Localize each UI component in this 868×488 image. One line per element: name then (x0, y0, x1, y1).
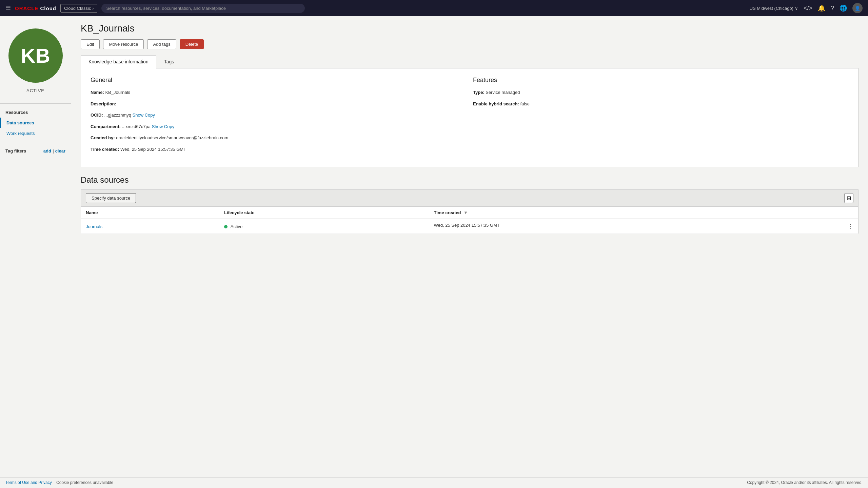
ocid-show-link[interactable]: Show (133, 113, 144, 118)
created-by-label: Created by: (91, 135, 115, 140)
row-lifecycle-cell: Active (219, 219, 429, 234)
edit-button[interactable]: Edit (81, 39, 100, 49)
search-input[interactable] (101, 4, 305, 13)
region-label: US Midwest (Chicago) (750, 6, 793, 11)
region-selector[interactable]: US Midwest (Chicago) ∨ (750, 6, 798, 11)
status-active-dot (224, 225, 228, 228)
terms-link[interactable]: Terms of Use and Privacy (5, 480, 52, 485)
general-section-title: General (91, 77, 466, 84)
hybrid-search-label: Enable hybrid search: (473, 101, 519, 106)
row-actions-menu-icon[interactable]: ⋮ (847, 223, 853, 230)
time-created-label: Time created: (91, 147, 119, 152)
top-navigation: ☰ ORACLE Cloud Cloud Classic › US Midwes… (0, 0, 868, 16)
type-value: Service managed (486, 90, 520, 95)
row-time-created-cell: Wed, 25 Sep 2024 15:57:35 GMT ⋮ (429, 219, 859, 234)
tabs-bar: Knowledge base information Tags (81, 55, 859, 68)
main-layout: KB ACTIVE Resources Data sources Work re… (0, 16, 868, 477)
help-icon[interactable]: ? (831, 5, 834, 12)
created-by-value: oracleidentitycloudservice/smartweaver@f… (116, 135, 228, 140)
name-row: Name: KB_Journals (91, 89, 466, 96)
page-footer: Terms of Use and Privacy Cookie preferen… (0, 477, 868, 488)
compartment-copy-link[interactable]: Copy (164, 124, 174, 129)
description-row: Description: (91, 101, 466, 107)
col-time-created: Time created ▼ (429, 207, 859, 219)
sidebar: KB ACTIVE Resources Data sources Work re… (0, 16, 71, 477)
col-name: Name (81, 207, 219, 219)
tab-kb-information[interactable]: Knowledge base information (81, 55, 156, 68)
tag-filters-section: Tag filters add | clear (0, 146, 71, 156)
kb-info-panel: General Name: KB_Journals Description: O… (81, 68, 859, 167)
sidebar-resources-label: Resources (0, 107, 71, 118)
name-value: KB_Journals (105, 90, 130, 95)
code-icon[interactable]: </> (804, 5, 812, 12)
action-bar: Edit Move resource Add tags Delete (81, 39, 859, 49)
footer-left: Terms of Use and Privacy Cookie preferen… (5, 480, 113, 485)
journals-link[interactable]: Journals (86, 224, 102, 229)
grid-view-toggle-button[interactable]: ⊞ (844, 193, 853, 203)
user-avatar[interactable]: 👤 (852, 3, 863, 13)
region-chevron-icon: ∨ (795, 6, 798, 11)
ocid-value: ...gjazzzhmyq (104, 113, 131, 118)
page-title: KB_Journals (81, 23, 859, 34)
ocid-label: OCID: (91, 113, 103, 118)
sidebar-avatar-area: KB ACTIVE (0, 22, 71, 100)
compartment-label: Compartment: (91, 124, 121, 129)
bell-icon[interactable]: 🔔 (818, 4, 825, 12)
row-time-value: Wed, 25 Sep 2024 15:57:35 GMT (434, 223, 500, 228)
compartment-value: ...xmzd67c7pa (122, 124, 151, 129)
topnav-right-area: US Midwest (Chicago) ∨ </> 🔔 ? 🌐 👤 (750, 3, 863, 13)
footer-copyright: Copyright © 2024, Oracle and/or its affi… (747, 480, 863, 485)
clear-tag-filter-link[interactable]: clear (55, 148, 65, 154)
delete-button[interactable]: Delete (180, 39, 204, 49)
description-label: Description: (91, 101, 116, 106)
cookie-preferences: Cookie preferences unavailable (56, 480, 113, 485)
data-sources-toolbar: Specify data source ⊞ (81, 189, 859, 206)
move-resource-button[interactable]: Move resource (103, 39, 144, 49)
sidebar-divider (0, 103, 71, 104)
info-grid: General Name: KB_Journals Description: O… (91, 77, 849, 157)
table-row: Journals Active Wed, 25 Sep 2024 15:57:3… (81, 219, 859, 234)
general-section: General Name: KB_Journals Description: O… (91, 77, 466, 157)
type-label: Type: (473, 90, 485, 95)
tag-link-separator: | (53, 148, 54, 154)
ocid-row: OCID: ...gjazzzhmyq Show Copy (91, 112, 466, 119)
sort-icon: ▼ (463, 210, 468, 215)
compartment-show-link[interactable]: Show (152, 124, 163, 129)
col-lifecycle: Lifecycle state (219, 207, 429, 219)
time-created-row: Time created: Wed, 25 Sep 2024 15:57:35 … (91, 146, 466, 153)
created-by-row: Created by: oracleidentitycloudservice/s… (91, 135, 466, 141)
name-label: Name: (91, 90, 104, 95)
grid-icon: ⊞ (847, 195, 851, 201)
add-tags-button[interactable]: Add tags (147, 39, 176, 49)
lifecycle-value: Active (231, 224, 242, 229)
globe-icon[interactable]: 🌐 (840, 4, 847, 12)
features-section: Features Type: Service managed Enable hy… (473, 77, 849, 157)
sidebar-item-work-requests[interactable]: Work requests (0, 128, 71, 139)
add-tag-filter-link[interactable]: add (43, 148, 51, 154)
type-row: Type: Service managed (473, 89, 849, 96)
row-name-cell: Journals (81, 219, 219, 234)
data-sources-title: Data sources (81, 175, 859, 185)
cloud-classic-button[interactable]: Cloud Classic › (60, 4, 97, 13)
tab-tags[interactable]: Tags (156, 55, 182, 68)
table-header-row: Name Lifecycle state Time created ▼ (81, 207, 859, 219)
sidebar-item-data-sources[interactable]: Data sources (0, 118, 71, 128)
hybrid-search-value: false (520, 101, 529, 106)
compartment-row: Compartment: ...xmzd67c7pa Show Copy (91, 123, 466, 130)
sidebar-divider-2 (0, 142, 71, 142)
ocid-copy-link[interactable]: Copy (145, 113, 155, 118)
data-sources-table: Name Lifecycle state Time created ▼ Jour… (81, 206, 859, 234)
tag-filters-label: Tag filters (5, 148, 26, 154)
specify-data-source-button[interactable]: Specify data source (86, 193, 136, 203)
features-section-title: Features (473, 77, 849, 84)
kb-avatar: KB (8, 28, 63, 83)
time-created-value: Wed, 25 Sep 2024 15:57:35 GMT (120, 147, 186, 152)
hamburger-menu-icon[interactable]: ☰ (5, 4, 11, 12)
oracle-logo: ORACLE Cloud (15, 5, 56, 11)
hybrid-search-row: Enable hybrid search: false (473, 101, 849, 107)
kb-status-badge: ACTIVE (26, 88, 44, 93)
main-content: KB_Journals Edit Move resource Add tags … (71, 16, 868, 477)
